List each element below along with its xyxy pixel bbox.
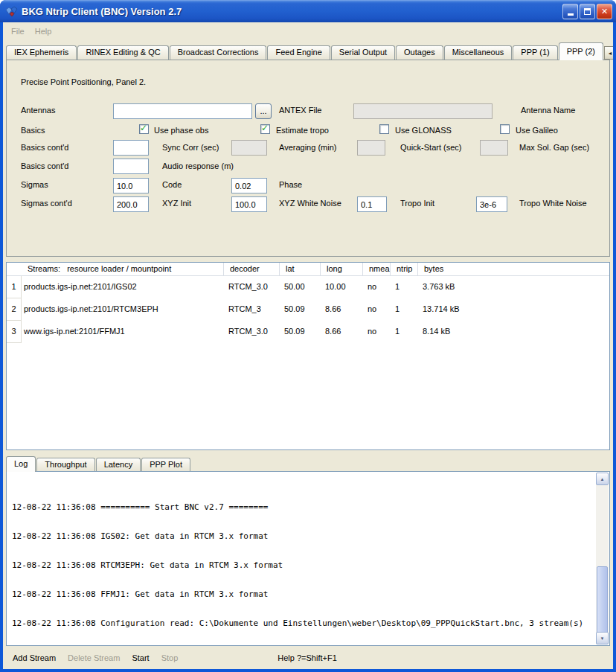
titlebar: BKG Ntrip Client (BNC) Version 2.7 ✕: [0, 0, 616, 22]
bottom-tabbar: Log Throughput Latency PPP Plot: [6, 456, 610, 471]
log-line: 12-08-22 11:36:08 FFMJ1: Get data in RTC…: [12, 589, 594, 599]
estimate-tropo-checkbox[interactable]: ✓: [260, 124, 270, 134]
tab-ppp-2[interactable]: PPP (2): [559, 42, 603, 60]
sigma-phase-input[interactable]: [231, 178, 267, 193]
use-glonass-checkbox[interactable]: [379, 124, 389, 134]
close-button[interactable]: ✕: [597, 4, 612, 19]
use-galileo-checkbox[interactable]: [500, 124, 510, 134]
app-icon: [6, 5, 18, 17]
stream-row-3-bytes[interactable]: 8.14 kB: [418, 321, 609, 343]
log-line: 12-08-22 11:36:08 Configuration read: C:…: [12, 618, 594, 628]
tab-serial-output[interactable]: Serial Output: [331, 45, 395, 60]
tab-latency[interactable]: Latency: [96, 458, 141, 471]
stream-row-2-number[interactable]: 2: [7, 298, 22, 321]
stream-row-1-mountpoint[interactable]: products.igs-ip.net:2101/IGS02: [22, 276, 224, 298]
tab-throughput[interactable]: Throughput: [36, 458, 94, 471]
tab-broadcast-corrections[interactable]: Broadcast Corrections: [170, 45, 267, 60]
sigmas-label: Sigmas: [21, 180, 48, 189]
stream-row-1-number[interactable]: 1: [7, 276, 22, 298]
tab-rinex-editing-qc[interactable]: RINEX Editing & QC: [77, 45, 168, 60]
tab-feed-engine[interactable]: Feed Engine: [267, 45, 330, 60]
add-stream-button[interactable]: Add Stream: [13, 653, 56, 662]
stream-row-3-decoder[interactable]: RTCM_3.0: [224, 321, 280, 343]
stream-row-2-mountpoint[interactable]: products.igs-ip.net:2101/RTCM3EPH: [22, 298, 224, 321]
stream-row-1-ntrip[interactable]: 1: [391, 276, 418, 298]
scroll-up-button[interactable]: ▲: [596, 473, 609, 485]
scroll-thumb[interactable]: [597, 566, 608, 633]
stream-row-2-ntrip[interactable]: 1: [391, 298, 418, 321]
xyz-white-noise-input[interactable]: [231, 196, 267, 212]
col-header-bytes: bytes: [418, 263, 609, 276]
col-header-lat: lat: [280, 263, 321, 276]
antenna-name-label: Antenna Name: [521, 106, 575, 115]
tab-outages[interactable]: Outages: [396, 45, 443, 60]
audio-response-input[interactable]: [113, 159, 149, 174]
sigma-code-input[interactable]: [113, 178, 149, 193]
tab-iex-ephemeris[interactable]: IEX Ephemeris: [6, 45, 77, 60]
close-icon: ✕: [601, 7, 608, 16]
tropo-white-noise-label: Tropo White Noise: [519, 199, 587, 208]
log-view[interactable]: 12-08-22 11:36:08 ========== Start BNC v…: [7, 472, 597, 645]
xyz-white-noise-label: XYZ White Noise: [279, 199, 341, 208]
col-header-mountpoint: Streams: resource loader / mountpoint: [22, 263, 224, 276]
use-phase-obs-checkbox[interactable]: ✓: [139, 124, 149, 134]
stream-row-2-bytes[interactable]: 13.714 kB: [418, 298, 609, 321]
stream-row-1-bytes[interactable]: 3.763 kB: [418, 276, 609, 298]
stream-row-1-decoder[interactable]: RTCM_3.0: [224, 276, 280, 298]
basics-contd-label: Basics cont'd: [21, 143, 68, 152]
start-button[interactable]: Start: [132, 653, 149, 662]
tab-ppp-1[interactable]: PPP (1): [513, 45, 557, 60]
tab-miscellaneous[interactable]: Miscellaneous: [444, 45, 513, 60]
stream-row-3-ntrip[interactable]: 1: [391, 321, 418, 343]
averaging-input: [231, 140, 267, 156]
basics-label: Basics: [21, 126, 45, 135]
antex-file-label: ANTEX File: [279, 106, 321, 115]
streams-table: Streams: resource loader / mountpoint de…: [6, 262, 610, 450]
log-scrollbar[interactable]: ▲ ▼: [596, 473, 609, 644]
stream-row-1-long[interactable]: 10.00: [321, 276, 363, 298]
stream-row-2-lat[interactable]: 50.09: [280, 298, 321, 321]
use-glonass-label: Use GLONASS: [395, 126, 452, 135]
check-icon: ✓: [140, 124, 148, 132]
sync-corr-label: Sync Corr (sec): [162, 143, 219, 152]
menu-help[interactable]: Help: [30, 25, 57, 38]
left-arrow-icon: ◄: [608, 51, 613, 56]
client-area: File Help IEX Ephemeris RINEX Editing & …: [3, 22, 613, 669]
tab-log[interactable]: Log: [6, 456, 36, 472]
tropo-white-noise-input[interactable]: [476, 196, 507, 212]
stream-row-3-long[interactable]: 8.66: [321, 321, 363, 343]
tropo-init-input[interactable]: [357, 196, 387, 212]
averaging-label: Averaging (min): [279, 143, 336, 152]
table-corner: [7, 263, 22, 276]
stream-row-2-long[interactable]: 8.66: [321, 298, 363, 321]
quick-start-input: [357, 140, 385, 156]
help-shortcut-label: Help ?=Shift+F1: [277, 653, 337, 662]
tab-ppp-plot[interactable]: PPP Plot: [141, 458, 190, 471]
scroll-down-button[interactable]: ▼: [596, 632, 609, 644]
xyz-init-input[interactable]: [113, 196, 149, 212]
minimize-button[interactable]: [562, 4, 578, 19]
antex-browse-button[interactable]: ...: [255, 103, 272, 119]
audio-response-label: Audio response (m): [162, 161, 234, 170]
up-arrow-icon: ▲: [600, 477, 605, 481]
stream-row-3-nmea[interactable]: no: [363, 321, 391, 343]
stream-row-2-nmea[interactable]: no: [363, 298, 391, 321]
tab-scroll-left-button[interactable]: ◄: [604, 46, 613, 60]
antennas-input[interactable]: [113, 103, 252, 119]
window-title: BKG Ntrip Client (BNC) Version 2.7: [22, 6, 561, 17]
stream-row-3-number[interactable]: 3: [7, 321, 22, 343]
maximize-button[interactable]: [580, 4, 595, 19]
stream-row-2-decoder[interactable]: RTCM_3: [224, 298, 280, 321]
max-sol-gap-input: [480, 140, 508, 156]
stream-row-3-mountpoint[interactable]: www.igs-ip.net:2101/FFMJ1: [22, 321, 224, 343]
basics-contd2-label: Basics cont'd: [21, 161, 68, 170]
menu-file[interactable]: File: [6, 25, 30, 38]
sync-corr-input[interactable]: [113, 140, 149, 156]
stream-row-1-nmea[interactable]: no: [363, 276, 391, 298]
panel-description: Precise Point Positioning, Panel 2.: [21, 77, 146, 86]
stream-row-3-lat[interactable]: 50.09: [280, 321, 321, 343]
use-phase-obs-label: Use phase obs: [154, 126, 208, 135]
sigma-code-label: Code: [162, 180, 182, 189]
statusbar: Add Stream Delete Stream Start Stop Help…: [6, 646, 610, 669]
stream-row-1-lat[interactable]: 50.00: [280, 276, 321, 298]
